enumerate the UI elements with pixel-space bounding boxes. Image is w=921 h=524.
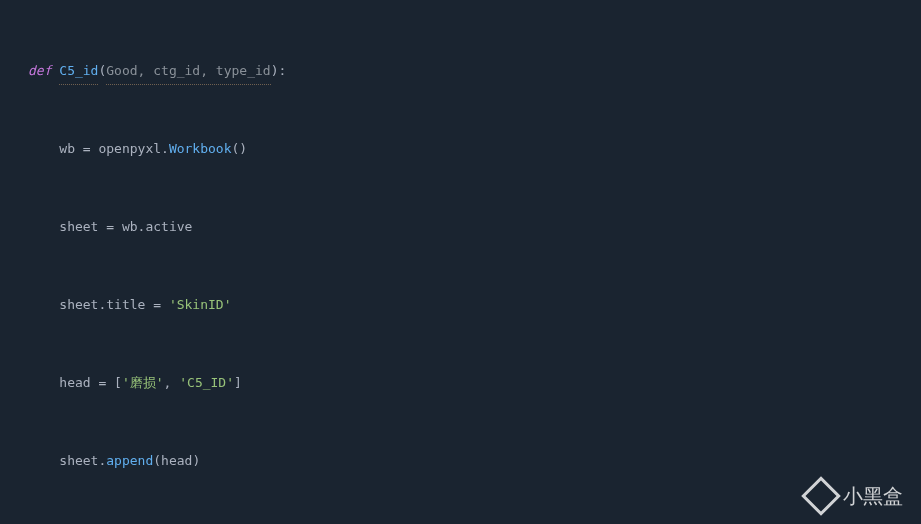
code-line: wb = openpyxl.Workbook() <box>28 136 921 162</box>
watermark: 小黑盒 <box>807 482 903 510</box>
code-line: sheet = wb.active <box>28 214 921 240</box>
function-name: C5_id <box>59 58 98 85</box>
code-line: def C5_id(Good, ctg_id, type_id): <box>28 58 921 84</box>
params: Good, ctg_id, type_id <box>106 58 270 85</box>
code-line: sheet.title = 'SkinID' <box>28 292 921 318</box>
keyword-def: def <box>28 58 59 84</box>
code-line: head = ['磨损', 'C5_ID'] <box>28 370 921 396</box>
watermark-text: 小黑盒 <box>843 483 903 509</box>
code-line: sheet.append(head) <box>28 448 921 474</box>
watermark-icon <box>801 476 841 516</box>
code-editor[interactable]: def C5_id(Good, ctg_id, type_id): wb = o… <box>0 0 921 524</box>
